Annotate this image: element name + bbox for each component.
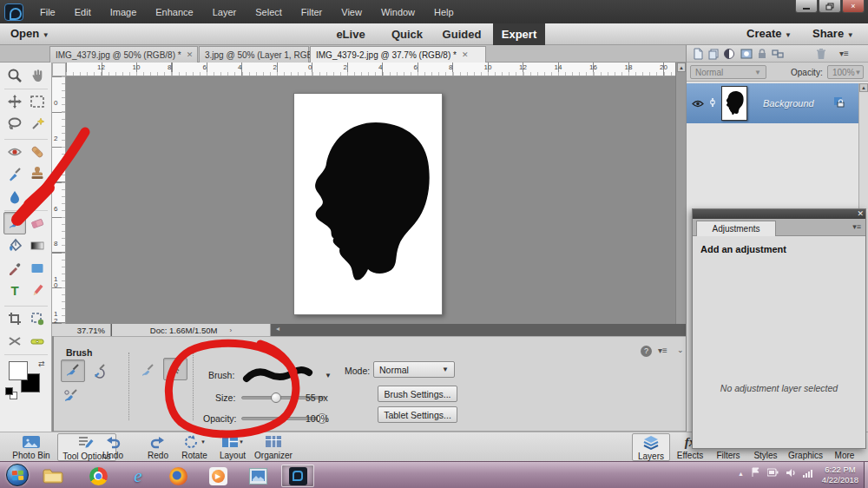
red-eye-tool-icon[interactable]	[5, 142, 24, 162]
clone-stamp-tool-icon[interactable]	[28, 165, 47, 184]
panel-menu-icon[interactable]: ▾≡	[658, 346, 667, 355]
eraser-tool-icon[interactable]	[28, 214, 47, 233]
canvas-vertical-scrollbar[interactable]: ▲	[675, 63, 686, 324]
crop-tool-icon[interactable]	[5, 309, 24, 328]
link-layers-icon[interactable]	[772, 48, 784, 63]
tab-quick[interactable]: Quick	[385, 23, 430, 45]
organizer-button[interactable]: Organizer	[250, 433, 297, 461]
taskbar-photo-viewer-icon[interactable]	[243, 465, 273, 487]
blur-tool-icon[interactable]	[5, 188, 24, 207]
new-layer-icon[interactable]	[692, 48, 704, 63]
tab-guided[interactable]: Guided	[437, 23, 487, 45]
move-tool-icon[interactable]	[5, 92, 24, 111]
eyedropper-tool-icon[interactable]	[5, 259, 24, 278]
scroll-left-icon[interactable]: ◂	[276, 325, 279, 333]
minimize-button[interactable]	[795, 0, 818, 13]
menu-file[interactable]: File	[30, 7, 65, 17]
taskbar-ie-icon[interactable]: e	[123, 465, 153, 487]
adjustments-menu-icon[interactable]: ▾≡	[852, 222, 861, 231]
paint-bucket-tool-icon[interactable]	[5, 236, 24, 255]
document-tab-1[interactable]: IMG_4379.jpg @ 50% (RGB/8) *✕	[49, 46, 198, 63]
new-group-icon[interactable]	[707, 48, 720, 63]
layer-mask-icon[interactable]	[740, 48, 753, 63]
marquee-tool-icon[interactable]	[28, 92, 47, 111]
brush-mode-icon[interactable]	[139, 363, 155, 382]
taskbar-photoshop-elements-icon-active[interactable]	[281, 465, 314, 487]
blend-mode-select[interactable]: Normal▼	[690, 65, 766, 79]
close-button[interactable]: ×	[842, 0, 865, 13]
recompose-tool-icon[interactable]	[28, 309, 47, 328]
action-center-flag-icon[interactable]	[751, 467, 760, 479]
adjustments-titlebar[interactable]: ✕	[693, 209, 865, 219]
zoom-level-field[interactable]: 37.71%	[52, 324, 111, 336]
document-tab-2[interactable]: 3.jpg @ 50% (Layer 1, RGB/8) *✕	[199, 46, 309, 63]
lasso-tool-icon[interactable]	[5, 115, 24, 134]
create-button[interactable]: Create ▼	[746, 27, 792, 40]
layer-name[interactable]: Background	[763, 98, 814, 109]
collapse-panel-icon[interactable]: ⌄	[677, 346, 684, 354]
delete-layer-icon[interactable]	[815, 48, 827, 63]
share-button[interactable]: Share ▼	[812, 27, 854, 40]
app-logo-icon[interactable]	[4, 3, 23, 21]
tablet-settings-button[interactable]: Tablet Settings...	[378, 406, 457, 423]
taskbar-clock[interactable]: 6:22 PM 4/22/2018	[818, 465, 863, 485]
type-tool-icon[interactable]: T	[5, 281, 24, 300]
document-tab-3-active[interactable]: IMG_4379-2.jpg @ 37.7% (RGB/8) *✕	[310, 46, 486, 63]
menu-layer[interactable]: Layer	[203, 7, 247, 17]
taskbar-explorer-icon[interactable]	[38, 465, 68, 487]
layer-opacity-select[interactable]: 100%▼	[827, 65, 864, 79]
redo-button[interactable]: Redo	[139, 433, 177, 461]
layer-row-background[interactable]: Background	[687, 83, 858, 123]
lock-layer-icon[interactable]	[756, 48, 768, 63]
menu-view[interactable]: View	[332, 7, 372, 17]
sponge-tool-icon[interactable]	[28, 188, 47, 207]
show-desktop-button[interactable]	[864, 462, 868, 488]
doc-size-field[interactable]: Doc: 1.66M/1.50M›	[112, 324, 271, 336]
start-button[interactable]	[6, 464, 29, 486]
brush-picker-caret-icon[interactable]: ▼	[325, 372, 332, 379]
taskbar-firefox-icon[interactable]	[163, 465, 193, 487]
airbrush-mode-icon-selected[interactable]	[163, 358, 187, 380]
close-tab-icon[interactable]: ✕	[462, 50, 469, 59]
foreground-color-swatch[interactable]	[9, 361, 28, 380]
layers-panel-menu-icon[interactable]: ▾≡	[839, 49, 849, 58]
color-replacement-brush-icon[interactable]	[62, 387, 80, 408]
photo-bin-button[interactable]: Photo Bin	[7, 433, 56, 461]
size-slider-thumb[interactable]	[271, 392, 281, 403]
battery-icon[interactable]	[767, 468, 779, 478]
menu-enhance[interactable]: Enhance	[146, 7, 202, 17]
restore-button[interactable]	[819, 0, 841, 13]
tray-expand-icon[interactable]: ▲	[738, 471, 744, 477]
shape-tool-icon[interactable]	[28, 259, 47, 278]
menu-filter[interactable]: Filter	[292, 7, 332, 17]
brush-variant-icon-selected[interactable]	[61, 359, 85, 382]
gradient-tool-icon[interactable]	[28, 236, 47, 255]
menu-edit[interactable]: Edit	[65, 7, 101, 17]
tab-elive[interactable]: eLive	[328, 23, 373, 45]
brush-stroke-preview[interactable]	[241, 359, 321, 389]
tab-expert[interactable]: Expert	[493, 23, 545, 45]
default-colors-icon[interactable]	[5, 387, 13, 395]
menu-select[interactable]: Select	[246, 7, 292, 17]
undo-button[interactable]: Undo	[94, 433, 132, 461]
adjustment-layer-icon[interactable]	[723, 48, 735, 63]
mode-select[interactable]: Normal▼	[373, 361, 455, 378]
swap-colors-icon[interactable]: ⇄	[38, 359, 45, 368]
open-button[interactable]: Open ▼	[10, 27, 49, 40]
status-popup-icon[interactable]: ›	[229, 326, 232, 334]
help-icon[interactable]: ?	[641, 346, 652, 357]
layers-scrollbar[interactable]: ▲	[858, 83, 868, 209]
pencil-tool-icon[interactable]	[28, 281, 47, 300]
impressionist-brush-icon[interactable]	[90, 362, 108, 383]
close-tab-icon[interactable]: ✕	[187, 50, 194, 59]
level-tool-icon[interactable]	[28, 332, 47, 351]
taskbar-chrome-icon[interactable]	[83, 465, 113, 487]
taskbar-media-player-icon[interactable]: ▶	[203, 465, 233, 487]
layers-scroll-up-icon[interactable]: ▲	[859, 83, 868, 92]
hand-tool-icon[interactable]	[28, 66, 47, 85]
layer-locked-icon[interactable]	[832, 96, 845, 111]
spot-healing-tool-icon[interactable]	[28, 142, 47, 162]
brush-tool-icon-selected[interactable]	[3, 212, 26, 234]
layout-button[interactable]: ▼ Layout	[214, 433, 252, 461]
layer-visibility-eye-icon[interactable]	[692, 96, 704, 111]
